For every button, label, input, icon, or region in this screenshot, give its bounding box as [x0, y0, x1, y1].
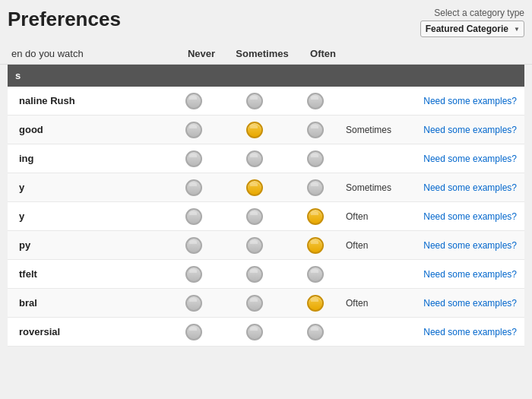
- sometimes-radio-cell[interactable]: [220, 237, 289, 254]
- rows-container: naline Rush Need some examples? good Som…: [8, 87, 524, 347]
- often-radio-cell[interactable]: [289, 179, 342, 196]
- never-radio-cell[interactable]: [167, 179, 220, 196]
- never-radio-cell[interactable]: [167, 208, 220, 225]
- sometimes-radio-cell[interactable]: [220, 295, 289, 312]
- row-name: roversial: [15, 326, 167, 337]
- never-radio-btn[interactable]: [185, 150, 202, 167]
- sometimes-radio-btn[interactable]: [246, 179, 263, 196]
- row-name: good: [15, 124, 167, 135]
- often-radio-cell[interactable]: [289, 295, 342, 312]
- never-radio-cell[interactable]: [167, 122, 220, 138]
- often-radio-cell[interactable]: [289, 122, 342, 138]
- sometimes-radio-cell[interactable]: [220, 150, 289, 167]
- table-row: y Often Need some examples?: [8, 202, 524, 231]
- sometimes-radio-btn[interactable]: [246, 93, 263, 109]
- sometimes-radio-btn[interactable]: [246, 208, 263, 225]
- col-label-sometimes: Sometimes: [228, 48, 296, 59]
- sometimes-radio-cell[interactable]: [220, 208, 289, 225]
- often-radio-btn[interactable]: [307, 295, 324, 312]
- sometimes-radio-btn[interactable]: [246, 150, 263, 167]
- often-radio-cell[interactable]: [289, 237, 342, 254]
- examples-link[interactable]: Need some examples?: [418, 298, 517, 309]
- never-radio-cell[interactable]: [167, 150, 220, 167]
- often-radio-cell[interactable]: [289, 324, 342, 340]
- table-row: y Sometimes Need some examples?: [8, 173, 524, 202]
- selected-label: Sometimes: [342, 125, 418, 135]
- selected-label: Sometimes: [342, 182, 418, 193]
- category-selector-label: Select a category type: [420, 8, 524, 18]
- col-label-never: Never: [175, 48, 228, 59]
- col-label-often: Often: [296, 48, 350, 59]
- table-row: py Often Need some examples?: [8, 231, 524, 260]
- sometimes-radio-cell[interactable]: [220, 266, 289, 283]
- often-radio-btn[interactable]: [307, 179, 324, 196]
- row-name: naline Rush: [15, 95, 167, 106]
- table-row: ing Need some examples?: [8, 144, 524, 173]
- sometimes-radio-btn[interactable]: [246, 266, 263, 283]
- sometimes-radio-cell[interactable]: [220, 324, 289, 340]
- sometimes-radio-cell[interactable]: [220, 179, 289, 196]
- sometimes-radio-btn[interactable]: [246, 122, 263, 138]
- sometimes-radio-cell[interactable]: [220, 93, 289, 109]
- often-radio-btn[interactable]: [307, 324, 324, 340]
- row-name: bral: [15, 297, 167, 309]
- often-radio-cell[interactable]: [289, 93, 342, 109]
- column-headers: en do you watch Never Sometimes Often: [0, 43, 532, 65]
- examples-link[interactable]: Need some examples?: [418, 182, 517, 193]
- examples-link[interactable]: Need some examples?: [418, 327, 517, 337]
- preferences-table: s naline Rush Need some examples? good S…: [8, 65, 524, 347]
- often-radio-btn[interactable]: [307, 266, 324, 283]
- often-radio-cell[interactable]: [289, 150, 342, 167]
- never-radio-btn[interactable]: [185, 237, 202, 254]
- often-radio-cell[interactable]: [289, 266, 342, 283]
- never-radio-btn[interactable]: [185, 295, 202, 312]
- often-radio-btn[interactable]: [307, 150, 324, 167]
- table-row: tfelt Need some examples?: [8, 260, 524, 289]
- examples-link[interactable]: Need some examples?: [418, 240, 517, 251]
- never-radio-btn[interactable]: [185, 93, 202, 109]
- often-radio-btn[interactable]: [307, 93, 324, 109]
- selected-label: Often: [342, 211, 418, 222]
- examples-link[interactable]: Need some examples?: [418, 125, 517, 135]
- often-radio-btn[interactable]: [307, 208, 324, 225]
- often-radio-cell[interactable]: [289, 208, 342, 225]
- selected-label: Often: [342, 240, 418, 251]
- never-radio-btn[interactable]: [185, 208, 202, 225]
- sometimes-radio-btn[interactable]: [246, 324, 263, 340]
- examples-link[interactable]: Need some examples?: [418, 269, 517, 280]
- never-radio-btn[interactable]: [185, 122, 202, 138]
- col-label-category: en do you watch: [8, 48, 175, 59]
- table-row: roversial Need some examples?: [8, 318, 524, 347]
- often-radio-btn[interactable]: [307, 237, 324, 254]
- examples-link[interactable]: Need some examples?: [418, 96, 517, 106]
- sometimes-radio-btn[interactable]: [246, 295, 263, 312]
- never-radio-btn[interactable]: [185, 266, 202, 283]
- never-radio-cell[interactable]: [167, 237, 220, 254]
- row-name: ing: [15, 153, 167, 164]
- often-radio-btn[interactable]: [307, 122, 324, 138]
- category-dropdown[interactable]: Featured Categorie: [420, 21, 524, 37]
- never-radio-cell[interactable]: [167, 295, 220, 312]
- row-name: y: [15, 182, 167, 193]
- examples-link[interactable]: Need some examples?: [418, 154, 517, 164]
- table-row: bral Often Need some examples?: [8, 289, 524, 318]
- never-radio-btn[interactable]: [185, 324, 202, 340]
- never-radio-cell[interactable]: [167, 93, 220, 109]
- table-row: naline Rush Need some examples?: [8, 87, 524, 116]
- row-name: py: [15, 239, 167, 251]
- category-selector: Select a category type Featured Categori…: [420, 8, 524, 37]
- sometimes-radio-btn[interactable]: [246, 237, 263, 254]
- selected-label: Often: [342, 298, 418, 309]
- row-name: tfelt: [15, 268, 167, 280]
- never-radio-btn[interactable]: [185, 179, 202, 196]
- row-name: y: [15, 211, 167, 222]
- sometimes-radio-cell[interactable]: [220, 122, 289, 138]
- page-header: Preferences Select a category type Featu…: [0, 0, 532, 43]
- never-radio-cell[interactable]: [167, 266, 220, 283]
- page-title: Preferences: [8, 8, 121, 31]
- never-radio-cell[interactable]: [167, 324, 220, 340]
- table-row: good Sometimes Need some examples?: [8, 116, 524, 144]
- examples-link[interactable]: Need some examples?: [418, 211, 517, 222]
- section-header: s: [8, 65, 524, 87]
